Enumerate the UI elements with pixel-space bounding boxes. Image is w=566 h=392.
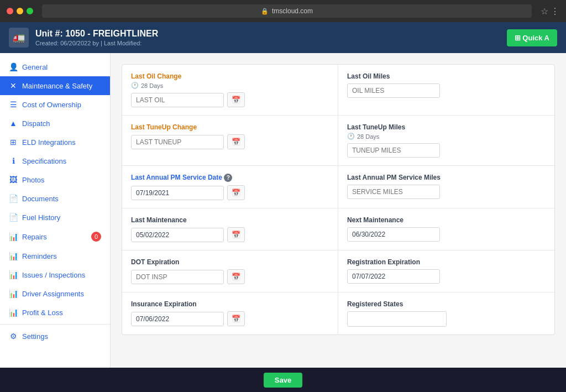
sidebar-item-specifications[interactable]: ℹ Specifications bbox=[0, 151, 110, 170]
close-window-button[interactable] bbox=[7, 8, 13, 14]
next-maintenance-input-row bbox=[347, 227, 546, 242]
sidebar-label-dispatch: Dispatch bbox=[22, 119, 50, 128]
sidebar-item-eld[interactable]: ⊞ ELD Integrations bbox=[0, 133, 110, 151]
last-tuneup-calendar-button[interactable]: 📅 bbox=[227, 134, 245, 149]
reminders-icon: 📊 bbox=[9, 252, 18, 260]
last-tuneup-miles-sublabel: 🕐 28 Days bbox=[347, 133, 546, 140]
insurance-expiration-calendar-button[interactable]: 📅 bbox=[227, 311, 245, 326]
sidebar-label-maintenance: Maintenance & Safety bbox=[22, 82, 92, 90]
dot-expiration-input-row: 📅 bbox=[131, 269, 329, 284]
last-oil-miles-input-row bbox=[347, 83, 546, 98]
last-maintenance-input-row: 📅 bbox=[131, 227, 329, 242]
last-tuneup-miles-input[interactable] bbox=[347, 143, 440, 158]
bottom-bar: Save bbox=[0, 368, 566, 392]
insurance-expiration-input[interactable] bbox=[131, 312, 224, 326]
pm-service-miles-input-row bbox=[347, 185, 546, 199]
dot-expiration-input[interactable] bbox=[131, 270, 224, 284]
last-maintenance-calendar-button[interactable]: 📅 bbox=[227, 227, 245, 242]
header-subtitle: Created: 06/20/2022 by | Last Modified: bbox=[35, 40, 158, 46]
cost-icon: ☰ bbox=[9, 100, 18, 109]
sidebar-label-profit: Profit & Loss bbox=[22, 309, 63, 317]
sidebar-label-repairs: Repairs bbox=[22, 233, 47, 241]
pm-service-miles-label: Last Annual PM Service Miles bbox=[347, 174, 546, 181]
pm-service-date-input-row: 📅 bbox=[131, 185, 329, 200]
form-row-dot: DOT Expiration 📅 Registration Expiration bbox=[122, 250, 554, 292]
header-left: 🚛 Unit #: 1050 - FREIGHTLINER Created: 0… bbox=[9, 28, 158, 48]
registration-expiration-input[interactable] bbox=[347, 269, 440, 284]
profit-icon: 📊 bbox=[9, 308, 18, 317]
last-oil-change-input-row: 📅 bbox=[131, 92, 329, 107]
photos-icon: 🖼 bbox=[9, 175, 18, 184]
last-oil-change-label: Last Oil Change bbox=[131, 72, 329, 80]
pm-service-date-calendar-button[interactable]: 📅 bbox=[227, 185, 245, 200]
pm-service-help-icon[interactable]: ? bbox=[224, 174, 232, 182]
wrench-icon: ✕ bbox=[9, 81, 18, 90]
main-layout: 👤 General ✕ Maintenance & Safety ☰ Cost … bbox=[0, 53, 566, 368]
sidebar-item-driver[interactable]: 📊 Driver Assignments bbox=[0, 284, 110, 303]
sidebar-label-settings: Settings bbox=[22, 332, 48, 341]
pm-service-miles-input[interactable] bbox=[347, 185, 440, 199]
sidebar-label-driver: Driver Assignments bbox=[22, 290, 84, 298]
form-row-insurance: Insurance Expiration 📅 Registered States bbox=[122, 292, 554, 334]
settings-icon: ⚙ bbox=[9, 332, 18, 341]
form-row-oil: Last Oil Change 🕐 28 Days 📅 Last Oil Mil… bbox=[122, 65, 554, 116]
quick-add-button[interactable]: ⊞ Quick A bbox=[507, 29, 557, 46]
last-tuneup-input[interactable] bbox=[131, 135, 224, 149]
sidebar-divider bbox=[0, 324, 110, 325]
app-container: 🚛 Unit #: 1050 - FREIGHTLINER Created: 0… bbox=[0, 22, 566, 392]
content-area: Last Oil Change 🕐 28 Days 📅 Last Oil Mil… bbox=[111, 53, 566, 368]
registration-expiration-label: Registration Expiration bbox=[347, 258, 546, 266]
next-maintenance-input[interactable] bbox=[347, 227, 440, 242]
registration-expiration-input-row bbox=[347, 269, 546, 284]
sidebar-item-issues[interactable]: 📊 Issues / Inspections bbox=[0, 265, 110, 284]
registered-states-input[interactable] bbox=[347, 311, 447, 327]
dot-expiration-calendar-button[interactable]: 📅 bbox=[227, 269, 245, 284]
sidebar-label-eld: ELD Integrations bbox=[22, 138, 76, 147]
sidebar-item-fuel[interactable]: 📄 Fuel History bbox=[0, 208, 110, 227]
sidebar-label-issues: Issues / Inspections bbox=[22, 271, 85, 279]
registered-states-input-row bbox=[347, 311, 546, 327]
sidebar-item-maintenance[interactable]: ✕ Maintenance & Safety bbox=[0, 76, 110, 95]
form-cell-last-tuneup-miles: Last TuneUp Miles 🕐 28 Days bbox=[338, 116, 554, 165]
driver-icon: 📊 bbox=[9, 289, 18, 298]
fuel-icon: 📄 bbox=[9, 213, 18, 222]
star-icon[interactable]: ☆ bbox=[541, 6, 548, 17]
sidebar-item-documents[interactable]: 📄 Documents bbox=[0, 189, 110, 208]
menu-icon[interactable]: ⋮ bbox=[551, 6, 559, 17]
sidebar-item-reminders[interactable]: 📊 Reminders bbox=[0, 247, 110, 265]
repairs-badge: 0 bbox=[91, 232, 101, 242]
last-oil-change-input[interactable] bbox=[131, 93, 224, 107]
sidebar-item-dispatch[interactable]: ▲ Dispatch bbox=[0, 114, 110, 133]
pm-service-date-input[interactable] bbox=[131, 186, 224, 200]
dot-expiration-label: DOT Expiration bbox=[131, 258, 329, 266]
last-maintenance-input[interactable] bbox=[131, 228, 224, 242]
last-oil-change-calendar-button[interactable]: 📅 bbox=[227, 92, 245, 107]
last-oil-change-sublabel: 🕐 28 Days bbox=[131, 82, 329, 89]
address-bar[interactable]: 🔒 tmscloud.com bbox=[42, 4, 532, 18]
url-text: tmscloud.com bbox=[272, 7, 313, 15]
sidebar-item-repairs[interactable]: 📊 Repairs 0 bbox=[0, 227, 110, 247]
traffic-lights bbox=[7, 8, 33, 14]
form-cell-registration-expiration: Registration Expiration bbox=[338, 250, 554, 292]
save-button[interactable]: Save bbox=[264, 373, 302, 388]
sidebar-item-photos[interactable]: 🖼 Photos bbox=[0, 170, 110, 189]
sidebar-item-general[interactable]: 👤 General bbox=[0, 58, 110, 76]
clock-icon-tuneup: 🕐 bbox=[347, 133, 355, 140]
form-cell-pm-service-date: Last Annual PM Service Date ? 📅 bbox=[122, 166, 338, 208]
sidebar-label-fuel: Fuel History bbox=[22, 213, 60, 222]
last-oil-miles-input[interactable] bbox=[347, 83, 440, 98]
sidebar-item-profit[interactable]: 📊 Profit & Loss bbox=[0, 303, 110, 322]
sidebar-label-photos: Photos bbox=[22, 176, 44, 184]
form-row-tuneup: Last TuneUp Change 📅 Last TuneUp Miles 🕐… bbox=[122, 116, 554, 166]
form-cell-last-tuneup: Last TuneUp Change 📅 bbox=[122, 116, 338, 165]
form-cell-insurance-expiration: Insurance Expiration 📅 bbox=[122, 292, 338, 334]
sidebar-item-cost[interactable]: ☰ Cost of Ownership bbox=[0, 95, 110, 114]
form-cell-last-maintenance: Last Maintenance 📅 bbox=[122, 208, 338, 250]
sidebar-item-settings[interactable]: ⚙ Settings bbox=[0, 327, 110, 346]
minimize-window-button[interactable] bbox=[17, 8, 23, 14]
sidebar-label-reminders: Reminders bbox=[22, 252, 57, 260]
clock-icon-oil: 🕐 bbox=[131, 82, 139, 89]
maximize-window-button[interactable] bbox=[27, 8, 33, 14]
eld-icon: ⊞ bbox=[9, 138, 18, 147]
sidebar-label-cost: Cost of Ownership bbox=[22, 101, 81, 109]
